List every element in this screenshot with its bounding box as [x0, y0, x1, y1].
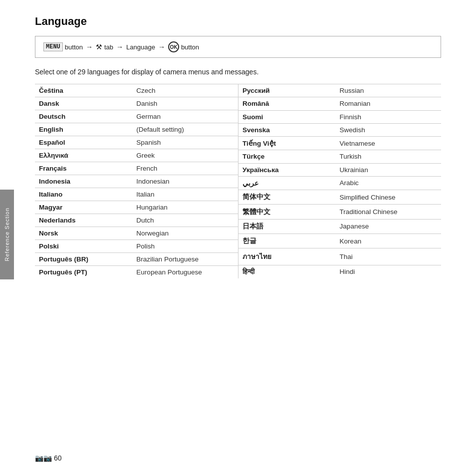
lang-english: Hindi: [336, 265, 441, 278]
lang-native: عربي: [238, 176, 336, 190]
menu-button-label: button: [65, 43, 83, 51]
lang-english: Italian: [132, 188, 238, 201]
lang-english: Norwegian: [132, 227, 238, 240]
lang-native: Suomi: [238, 110, 336, 123]
table-row: Magyar Hungarian: [35, 201, 238, 214]
ok-icon: OK: [168, 41, 179, 52]
table-row: Português (BR) Brazilian Portuguese: [35, 253, 238, 266]
lang-english: Vietnamese: [336, 137, 441, 150]
table-row: Polski Polish: [35, 240, 238, 253]
lang-native: English: [35, 123, 132, 136]
lang-native: Português (PT): [35, 266, 132, 279]
table-row: Português (PT) European Portuguese: [35, 266, 238, 279]
menu-keyword: MENU: [43, 42, 63, 51]
lang-english: (Default setting): [132, 123, 238, 136]
table-row: 日本語 Japanese: [238, 219, 442, 234]
lang-native: 日本語: [238, 219, 336, 234]
lang-native: 简体中文: [238, 190, 336, 205]
lang-english: Japanese: [336, 219, 441, 234]
tab-label: tab: [104, 43, 113, 51]
lang-english: Traditional Chinese: [336, 205, 441, 219]
table-row: عربي Arabic: [238, 176, 442, 190]
table-row: Ελληνικά Greek: [35, 149, 238, 162]
table-row: Dansk Danish: [35, 97, 238, 110]
left-language-table: Čeština Czech Dansk Danish Deutsch Germa…: [35, 84, 238, 278]
table-row: Türkçe Turkish: [238, 150, 442, 163]
table-row: Tiếng Việt Vietnamese: [238, 137, 442, 150]
lang-native: Tiếng Việt: [238, 137, 336, 150]
lang-english: Russian: [336, 84, 441, 97]
lang-native: Español: [35, 136, 132, 149]
lang-english: Hungarian: [132, 201, 238, 214]
lang-native: ภาษาไทย: [238, 248, 336, 265]
lang-native: Polski: [35, 240, 132, 253]
lang-english: Finnish: [336, 110, 441, 123]
menu-path-box: MENU button → ⚒ tab → Language → OK butt…: [35, 36, 441, 58]
lang-native: Français: [35, 162, 132, 175]
lang-english: Romanian: [336, 97, 441, 110]
lang-english: Greek: [132, 149, 238, 162]
lang-english: Arabic: [336, 176, 441, 190]
lang-english: Indonesian: [132, 175, 238, 188]
table-row: Français French: [35, 162, 238, 175]
page-title: Language: [35, 15, 441, 28]
lang-native: 繁體中文: [238, 205, 336, 219]
table-row: English (Default setting): [35, 123, 238, 136]
lang-english: Ukrainian: [336, 163, 441, 176]
table-row: हिन्दी Hindi: [238, 265, 442, 278]
lang-native: Português (BR): [35, 253, 132, 266]
table-row: ภาษาไทย Thai: [238, 248, 442, 265]
button-label: button: [181, 43, 199, 51]
lang-english: Brazilian Portuguese: [132, 253, 238, 266]
lang-native: Română: [238, 97, 336, 110]
table-row: Română Romanian: [238, 97, 442, 110]
lang-native: Čeština: [35, 84, 132, 97]
table-row: Norsk Norwegian: [35, 227, 238, 240]
table-row: Deutsch German: [35, 110, 238, 123]
table-row: Nederlands Dutch: [35, 214, 238, 227]
footer: 📷📷 60: [35, 454, 62, 462]
lang-english: Spanish: [132, 136, 238, 149]
table-row: Italiano Italian: [35, 188, 238, 201]
lang-native: हिन्दी: [238, 265, 336, 278]
table-row: Suomi Finnish: [238, 110, 442, 123]
table-row: Русский Russian: [238, 84, 442, 97]
lang-english: German: [132, 110, 238, 123]
lang-english: Korean: [336, 234, 441, 248]
wrench-icon: ⚒: [96, 43, 102, 51]
table-row: 简体中文 Simplified Chinese: [238, 190, 442, 205]
arrow-2: →: [116, 43, 123, 51]
table-row: 繁體中文 Traditional Chinese: [238, 205, 442, 219]
lang-native: Українська: [238, 163, 336, 176]
right-language-table: Русский Russian Română Romanian Suomi Fi…: [238, 84, 441, 278]
page-number: 60: [54, 454, 62, 462]
lang-english: Simplified Chinese: [336, 190, 441, 205]
table-row: Español Spanish: [35, 136, 238, 149]
lang-english: Thai: [336, 248, 441, 265]
lang-english: Danish: [132, 97, 238, 110]
lang-native: Ελληνικά: [35, 149, 132, 162]
language-table-container: Čeština Czech Dansk Danish Deutsch Germa…: [35, 84, 441, 278]
language-label: Language: [126, 43, 155, 51]
lang-native: Русский: [238, 84, 336, 97]
table-row: Čeština Czech: [35, 84, 238, 97]
table-row: 한글 Korean: [238, 234, 442, 248]
page-icon: 📷📷: [35, 454, 52, 462]
table-row: Українська Ukrainian: [238, 163, 442, 176]
lang-native: Dansk: [35, 97, 132, 110]
lang-english: Swedish: [336, 123, 441, 136]
lang-native: Svenska: [238, 123, 336, 136]
lang-english: Dutch: [132, 214, 238, 227]
table-row: Svenska Swedish: [238, 123, 442, 136]
lang-english: Czech: [132, 84, 238, 97]
lang-native: Indonesia: [35, 175, 132, 188]
lang-native: 한글: [238, 234, 336, 248]
table-row: Indonesia Indonesian: [35, 175, 238, 188]
lang-english: Turkish: [336, 150, 441, 163]
description: Select one of 29 languages for display o…: [35, 68, 441, 76]
lang-native: Italiano: [35, 188, 132, 201]
lang-english: European Portuguese: [132, 266, 238, 279]
lang-english: French: [132, 162, 238, 175]
arrow-3: →: [158, 43, 165, 51]
lang-english: Polish: [132, 240, 238, 253]
